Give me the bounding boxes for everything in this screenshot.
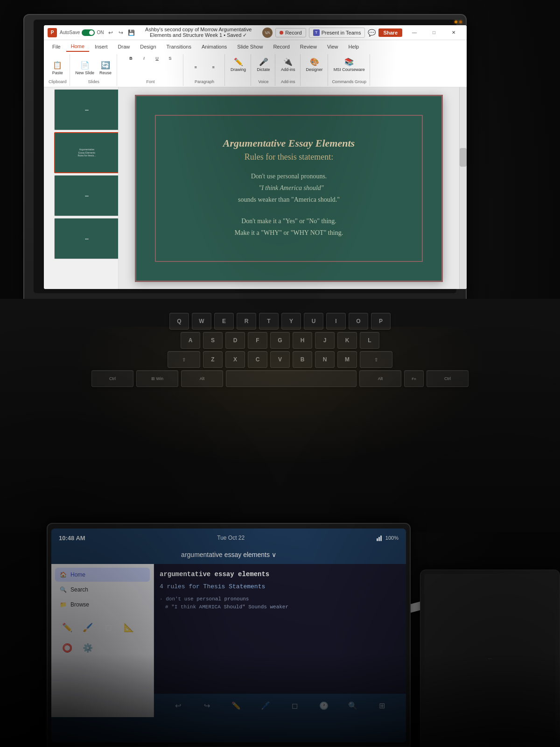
maximize-button[interactable]: □ [425, 28, 443, 38]
ios-highlight-button[interactable]: 🖊️ [258, 698, 273, 713]
wifi-signal [377, 535, 382, 541]
undo-icon[interactable]: ↩ [107, 29, 114, 36]
wifi-bar-2 [378, 537, 380, 541]
tab-design[interactable]: Design [135, 42, 161, 51]
title-bar-icons: ↩ ↪ 💾 [107, 29, 134, 36]
scroll-thumb[interactable] [460, 148, 467, 167]
msi-icon: 📚 [343, 56, 355, 67]
ios-search-bottom-button[interactable]: 🔍 [345, 698, 360, 713]
align-center-button[interactable]: ≡ [205, 64, 222, 70]
ios-time: 10:48 AM [59, 535, 85, 542]
msi-courseware-button[interactable]: 📚 MSI Courseware [332, 55, 367, 73]
slide-thumb-35[interactable]: 35 ••• [54, 89, 119, 130]
record-button[interactable]: Record [275, 28, 306, 37]
drawing-icon: ✏️ [233, 56, 244, 67]
new-slide-button[interactable]: 📄 New Slide [74, 58, 97, 76]
paragraph-label: Paragraph [195, 79, 214, 85]
tab-draw[interactable]: Draw [113, 42, 135, 51]
ios-undo-button[interactable]: ↩ [170, 698, 185, 713]
addins-icon: 🔌 [282, 56, 294, 67]
ios-top-bar: 10:48 AM Tue Oct 22 100% [51, 529, 406, 547]
tab-help[interactable]: Help [344, 42, 364, 51]
slide-thumb-37[interactable]: 37 ••• [54, 175, 119, 216]
addins-button[interactable]: 🔌 Add-ins [279, 55, 297, 73]
record-icon [280, 31, 283, 35]
redo-icon[interactable]: ↪ [118, 29, 124, 36]
ios-note-line-1: · don't use personal pronouns [160, 595, 400, 604]
drawing-button[interactable]: ✏️ Drawing [229, 55, 248, 73]
quicksave-icon[interactable]: 💾 [128, 29, 134, 36]
laptop: P AutoSave ON ↩ ↪ 💾 Ashby's second copy … [23, 14, 467, 303]
ios-clock-button[interactable]: 🕐 [316, 698, 331, 713]
chat-icon[interactable]: 💬 [368, 29, 376, 36]
tab-insert[interactable]: Insert [90, 42, 112, 51]
strikethrough-button[interactable]: S [165, 55, 176, 62]
tab-home[interactable]: Home [66, 42, 89, 52]
ios-window-button[interactable]: ⊞ [375, 698, 390, 713]
clipboard-buttons: 📋 Paste [49, 55, 66, 79]
slide-thumb-36[interactable]: 36 ArgumentativeEssay ElementsRules for … [54, 132, 119, 173]
ios-note-line-2: # "I think AMERICA Should" Sounds weaker [165, 603, 400, 612]
laptop-bezel: P AutoSave ON ↩ ↪ 💾 Ashby's second copy … [34, 20, 456, 293]
close-button[interactable]: ✕ [444, 28, 463, 38]
led-2 [459, 21, 462, 23]
designer-button[interactable]: 🎨 Designer [304, 55, 325, 73]
ios-eraser-bottom-button[interactable]: ◻ [287, 698, 302, 713]
tab-review[interactable]: Review [295, 42, 322, 51]
autosave-toggle[interactable] [82, 29, 95, 36]
addins-label: Add-ins [281, 79, 295, 85]
slide-subtitle: Rules for thesis statement: [245, 152, 333, 162]
slide-thumbnail-panel[interactable]: 35 ••• 36 ArgumentativeEssay ElementsRul… [44, 87, 119, 289]
align-left-button[interactable]: ≡ [187, 64, 204, 70]
new-slide-icon: 📄 [79, 59, 91, 70]
dictate-button[interactable]: 🎤 Dictate [255, 55, 272, 73]
tab-transitions[interactable]: Transitions [162, 42, 196, 51]
ios-pen-button[interactable]: ✏️ [229, 698, 244, 713]
ios-pencil-tool[interactable]: ✏️ [59, 619, 76, 636]
led-1 [455, 21, 457, 23]
present-label: Present in Teams [322, 30, 361, 35]
slide-thumb-38[interactable]: 38 ••• [54, 218, 119, 259]
present-in-teams-button[interactable]: T Present in Teams [309, 28, 365, 38]
tab-record[interactable]: Record [268, 42, 294, 51]
ios-content: 🏠 Home 🔍 Search 📁 Browse ✏️ 🖌️ ◻ 📐 [51, 564, 406, 717]
keyboard-glow [70, 327, 490, 467]
designer-icon: 🎨 [309, 56, 320, 67]
scroll-bar[interactable] [459, 87, 467, 289]
ios-redo-button[interactable]: ↪ [200, 698, 215, 713]
tab-animations[interactable]: Animations [197, 42, 231, 51]
minimize-button[interactable]: — [405, 28, 424, 38]
bold-button[interactable]: B [126, 55, 137, 62]
share-label: Share [383, 30, 398, 35]
window-controls: — □ ✕ [405, 28, 463, 38]
tablet-right-text: ··· [488, 656, 492, 661]
ribbon: File Home Insert Draw Design Transitions… [44, 40, 467, 87]
reuse-slides-button[interactable]: 🔄 Reuse [97, 58, 114, 76]
ios-nav-search[interactable]: 🔍 Search [55, 583, 150, 597]
ios-nav-home[interactable]: 🏠 Home [55, 568, 150, 582]
ppt-main-area: 35 ••• 36 ArgumentativeEssay ElementsRul… [44, 87, 467, 289]
voice-label: Voice [259, 79, 269, 85]
ios-lasso-tool[interactable]: ⭕ [59, 640, 76, 656]
tab-file[interactable]: File [48, 42, 65, 51]
tab-view[interactable]: View [322, 42, 343, 51]
slides-buttons: 📄 New Slide 🔄 Reuse [74, 55, 114, 79]
ios-nav-browse[interactable]: 📁 Browse [55, 598, 150, 612]
ios-brush-tool[interactable]: 🖌️ [79, 619, 96, 636]
tablet: 10:48 AM Tue Oct 22 100% argumentative e… [47, 523, 411, 747]
ios-settings-tool[interactable]: ⚙️ [79, 640, 96, 656]
clipboard-label: Clipboard [49, 79, 67, 85]
italic-button[interactable]: I [139, 55, 150, 62]
ios-eraser-tool[interactable]: ◻ [100, 619, 117, 636]
tab-slideshow[interactable]: Slide Show [232, 42, 267, 51]
share-button[interactable]: Share [378, 28, 402, 37]
paste-button[interactable]: 📋 Paste [49, 58, 66, 76]
ios-ruler-tool[interactable]: 📐 [120, 619, 137, 636]
slide-line-2: "I think America should" [239, 183, 343, 193]
autosave-label: AutoSave [60, 30, 80, 35]
ios-app-header: argumentative essay elements ∨ [51, 547, 406, 564]
slide-line-3: sounds weaker than "America should." [235, 195, 343, 205]
record-label: Record [285, 30, 301, 35]
main-slide[interactable]: Argumentative Essay Elements Rules for t… [135, 95, 443, 282]
underline-button[interactable]: U [152, 55, 163, 62]
